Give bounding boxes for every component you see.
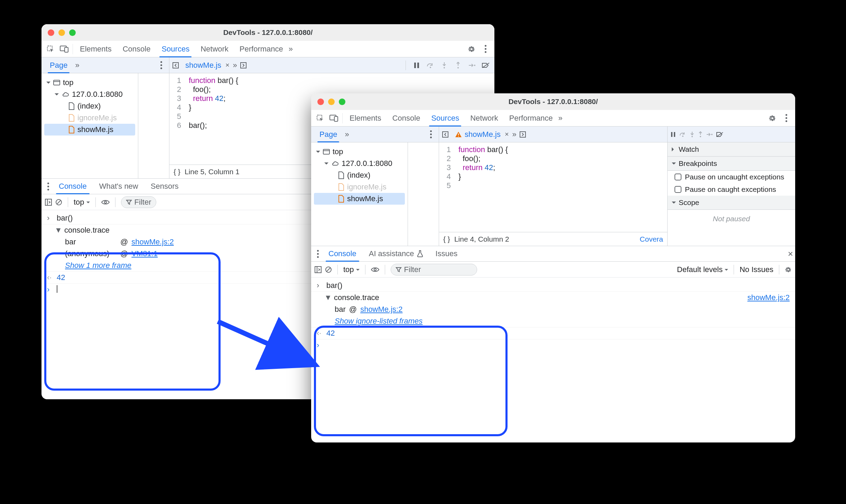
step-out-icon[interactable] xyxy=(698,131,703,138)
subtab-page[interactable]: Page xyxy=(45,57,72,73)
drawer-tab-issues[interactable]: Issues xyxy=(429,246,464,261)
nav-left-icon[interactable] xyxy=(439,131,452,138)
tab-console[interactable]: Console xyxy=(387,110,426,126)
minimize-icon[interactable] xyxy=(328,99,335,105)
inspect-icon[interactable] xyxy=(44,42,57,56)
more-file-tabs-icon[interactable]: » xyxy=(512,130,514,139)
zoom-icon[interactable] xyxy=(69,29,76,36)
context-selector[interactable]: top xyxy=(74,198,90,207)
deactivate-bp-icon[interactable] xyxy=(481,60,491,71)
minimize-icon[interactable] xyxy=(58,29,65,36)
tab-performance[interactable]: Performance xyxy=(234,41,289,57)
filter-input[interactable]: Filter xyxy=(391,264,477,276)
console-output[interactable]: ›bar() ▼ console.trace showMe.js:2 bar @… xyxy=(311,278,795,353)
close-icon[interactable] xyxy=(48,29,54,36)
close-icon[interactable] xyxy=(317,99,324,105)
inspect-icon[interactable] xyxy=(313,111,327,125)
tree-top[interactable]: top xyxy=(44,77,135,88)
tab-sources[interactable]: Sources xyxy=(156,41,195,57)
trace-source-link[interactable]: showMe.js:2 xyxy=(747,293,790,302)
drawer-kebab-icon[interactable] xyxy=(313,250,322,258)
drawer-close-icon[interactable]: × xyxy=(788,249,793,259)
console-sidebar-icon[interactable] xyxy=(315,266,322,273)
drawer-tab-console[interactable]: Console xyxy=(322,246,363,261)
format-icon[interactable]: { } xyxy=(443,235,450,243)
more-subtabs-icon[interactable]: » xyxy=(75,61,77,70)
step-into-icon[interactable] xyxy=(439,60,449,71)
pause-uncaught-checkbox[interactable]: Pause on uncaught exceptions xyxy=(668,171,795,183)
step-over-icon[interactable] xyxy=(425,60,436,71)
step-icon[interactable] xyxy=(706,132,713,137)
tree-top[interactable]: top xyxy=(314,146,405,158)
file-tree[interactable]: top 127.0.0.1:8080 (index) ignoreMe.js s… xyxy=(41,73,138,178)
step-icon[interactable] xyxy=(467,60,477,71)
section-scope[interactable]: Scope xyxy=(668,196,795,210)
nav-left-icon[interactable] xyxy=(169,62,182,69)
clear-console-icon[interactable] xyxy=(55,199,62,206)
file-tree[interactable]: top 127.0.0.1:8080 (index) ignoreMe.js s… xyxy=(311,142,408,246)
tab-performance[interactable]: Performance xyxy=(504,110,558,126)
tab-network[interactable]: Network xyxy=(465,110,504,126)
tree-file-showme[interactable]: showMe.js xyxy=(314,193,405,205)
close-tab-icon[interactable]: × xyxy=(225,61,230,69)
drawer-tab-ai[interactable]: AI assistance xyxy=(363,246,429,261)
tab-network[interactable]: Network xyxy=(195,41,234,57)
code-editor[interactable]: 12345 function bar() { foo(); return 42;… xyxy=(439,142,667,232)
live-expression-icon[interactable] xyxy=(371,267,379,272)
more-subtabs-icon[interactable]: » xyxy=(345,130,347,139)
console-row[interactable]: ▼ console.trace showMe.js:2 xyxy=(311,292,795,304)
tree-file-ignore[interactable]: ignoreMe.js xyxy=(314,181,405,193)
drawer-kebab-icon[interactable] xyxy=(44,183,53,190)
tab-elements[interactable]: Elements xyxy=(344,110,387,126)
gear-icon[interactable] xyxy=(765,111,779,125)
subtab-kebab-icon[interactable] xyxy=(157,61,166,69)
live-expression-icon[interactable] xyxy=(101,199,110,205)
show-ignored-frames[interactable]: Show ignore-listed frames xyxy=(311,315,795,327)
format-icon[interactable]: { } xyxy=(174,168,180,176)
context-selector[interactable]: top xyxy=(343,265,360,274)
file-tab[interactable]: showMe.js × xyxy=(182,57,233,73)
levels-selector[interactable]: Default levels xyxy=(677,265,728,274)
tree-host[interactable]: 127.0.0.1:8080 xyxy=(44,88,135,100)
stack-frame[interactable]: bar @ showMe.js:2 xyxy=(311,304,795,315)
step-out-icon[interactable] xyxy=(453,60,463,71)
clear-console-icon[interactable] xyxy=(325,266,332,273)
more-tabs-icon[interactable]: » xyxy=(289,45,291,54)
frame-location-link[interactable]: showMe.js:2 xyxy=(360,305,402,314)
gear-icon[interactable] xyxy=(465,42,478,56)
pause-caught-checkbox[interactable]: Pause on caught exceptions xyxy=(668,183,795,196)
tree-file-index[interactable]: (index) xyxy=(314,169,405,181)
kebab-icon[interactable] xyxy=(779,111,793,125)
step-into-icon[interactable] xyxy=(690,131,695,138)
more-tabs-icon[interactable]: » xyxy=(558,114,560,123)
nav-right-icon[interactable] xyxy=(237,62,250,69)
pause-icon[interactable] xyxy=(670,132,676,137)
coverage-link[interactable]: Covera xyxy=(640,235,663,243)
kebab-icon[interactable] xyxy=(478,42,492,56)
drawer-tab-console[interactable]: Console xyxy=(53,179,93,194)
console-prompt[interactable]: › xyxy=(311,339,795,351)
zoom-icon[interactable] xyxy=(339,99,345,105)
close-tab-icon[interactable]: × xyxy=(505,130,509,138)
file-tab[interactable]: showMe.js × xyxy=(452,127,512,142)
tree-file-ignore[interactable]: ignoreMe.js xyxy=(44,112,135,124)
drawer-tab-sensors[interactable]: Sensors xyxy=(145,179,185,194)
tab-sources[interactable]: Sources xyxy=(426,110,465,126)
subtab-kebab-icon[interactable] xyxy=(426,130,435,138)
tab-console[interactable]: Console xyxy=(117,41,156,57)
console-settings-gear-icon[interactable] xyxy=(785,266,792,273)
deactivate-bp-icon[interactable] xyxy=(716,132,724,137)
tab-elements[interactable]: Elements xyxy=(74,41,117,57)
console-row[interactable]: ›bar() xyxy=(311,280,795,292)
section-breakpoints[interactable]: Breakpoints xyxy=(668,157,795,171)
device-toggle-icon[interactable] xyxy=(57,42,71,56)
nav-right-icon[interactable] xyxy=(517,131,529,138)
frame-location-link[interactable]: showMe.js:2 xyxy=(131,237,174,246)
tree-file-index[interactable]: (index) xyxy=(44,100,135,112)
device-toggle-icon[interactable] xyxy=(327,111,341,125)
tree-file-showme[interactable]: showMe.js xyxy=(44,124,135,136)
console-sidebar-icon[interactable] xyxy=(45,199,52,206)
subtab-page[interactable]: Page xyxy=(315,127,342,142)
issues-label[interactable]: No Issues xyxy=(740,265,773,274)
step-over-icon[interactable] xyxy=(679,132,686,137)
